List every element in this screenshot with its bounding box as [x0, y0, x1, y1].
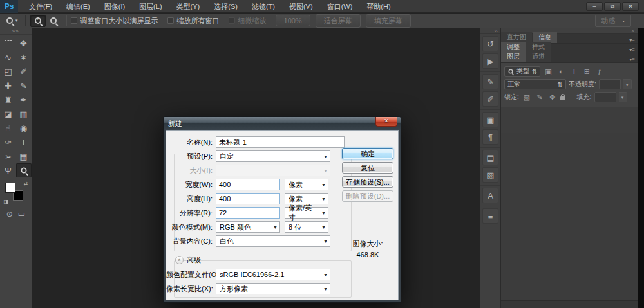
clone-source-panel-icon[interactable]: ▣	[482, 112, 498, 127]
move-tool[interactable]: ✥	[16, 36, 32, 50]
pixel-aspect-select[interactable]: 方形像素 ▼	[216, 283, 330, 294]
foreground-color-swatch[interactable]	[5, 183, 15, 193]
height-label: 高度(H):	[166, 194, 216, 204]
dialog-title-bar[interactable]: 新建 ✕	[164, 117, 401, 130]
restore-button[interactable]: ⧉	[604, 2, 621, 11]
filter-adjustment-icon[interactable]: ◐	[556, 68, 566, 75]
close-window-button[interactable]: ✕	[622, 2, 639, 11]
path-selection-tool[interactable]: ➢	[1, 149, 16, 163]
layer-filter-label: 类型	[516, 67, 529, 76]
lock-transparent-icon[interactable]: ▨	[522, 93, 532, 102]
tool-preset-picker[interactable]: ▾	[4, 16, 21, 25]
dropdown-arrow-icon: ▼	[319, 154, 328, 159]
eraser-tool[interactable]: ◪	[1, 107, 16, 121]
brush-panel-icon[interactable]: ✎	[482, 74, 498, 89]
lock-pixels-icon[interactable]: ✎	[535, 93, 545, 102]
quick-mask-button[interactable]: ⊙	[6, 210, 13, 219]
preset-select[interactable]: 自定 ▼	[216, 150, 330, 162]
zoom-tool[interactable]	[16, 163, 32, 177]
divider	[480, 203, 500, 206]
lock-position-icon[interactable]: ✥	[547, 93, 558, 102]
layer-comps-panel-icon[interactable]: ▤	[482, 150, 498, 165]
paragraph-panel-icon[interactable]: ¶	[482, 129, 498, 145]
zoom-in-button[interactable]: +	[30, 15, 46, 27]
zoom-out-button[interactable]: −	[46, 15, 61, 27]
tab-layers[interactable]: 图层	[501, 51, 526, 62]
filter-type-icon[interactable]: T	[569, 68, 579, 75]
dodge-tool[interactable]: ◉	[16, 121, 32, 135]
color-profile-select[interactable]: sRGB IEC61966-2.1 ▼	[216, 269, 330, 280]
menu-image[interactable]: 图像(I)	[97, 0, 132, 13]
layer-filter-dropdown[interactable]: 类型 ⇅	[504, 66, 540, 77]
panel-menu-icon[interactable]: ▾≡	[629, 37, 638, 43]
color-mode-select[interactable]: RGB 颜色 ▼	[216, 221, 280, 233]
zoom-tool-icon	[6, 17, 13, 24]
filter-smart-object-icon[interactable]: ƒ	[594, 68, 605, 75]
filter-pixel-icon[interactable]: ▣	[543, 68, 553, 76]
layers-blend-row: 正常 ⇅ 不透明度: ▾	[504, 78, 634, 91]
filter-shape-icon[interactable]: ⊞	[582, 68, 592, 76]
menu-edit[interactable]: 编辑(E)	[59, 0, 97, 13]
background-select[interactable]: 白色 ▼	[216, 235, 330, 247]
menu-file[interactable]: 文件(F)	[22, 0, 59, 13]
panel-menu-icon[interactable]: ▾≡	[629, 47, 638, 53]
ok-button[interactable]: 确定	[342, 148, 393, 159]
width-label: 宽度(W):	[166, 180, 216, 190]
resolution-unit-select[interactable]: 像素/英寸 ▼	[285, 207, 328, 219]
dock-collapse-handle[interactable]: ‹‹	[480, 28, 500, 34]
menu-window[interactable]: 窗口(W)	[320, 0, 360, 13]
width-input[interactable]: 400	[216, 179, 280, 190]
advanced-collapse-button[interactable]: «	[175, 256, 184, 264]
minimize-button[interactable]: –	[586, 2, 603, 11]
brush-tool[interactable]: ✎	[16, 78, 32, 93]
tools-collapse-handle[interactable]: ««	[0, 28, 32, 35]
healing-brush-tool[interactable]: ✚	[1, 78, 16, 93]
tab-channels[interactable]: 通道	[526, 51, 551, 62]
resolution-input[interactable]: 72	[216, 207, 280, 219]
menu-type[interactable]: 类型(Y)	[169, 0, 207, 13]
menu-help[interactable]: 帮助(H)	[359, 0, 397, 13]
magic-wand-tool[interactable]: ✶	[16, 50, 32, 64]
marquee-tool[interactable]	[1, 36, 16, 50]
panel-menu-icon[interactable]: ▾≡	[629, 57, 638, 62]
hand-tool[interactable]: Ψ	[1, 163, 16, 177]
menu-filter[interactable]: 滤镜(T)	[245, 0, 282, 13]
shape-tool[interactable]: ▦	[16, 149, 32, 163]
lock-all-icon[interactable]	[560, 96, 565, 100]
dialog-close-button[interactable]: ✕	[375, 117, 397, 127]
resize-windows-checkbox[interactable]: 调整窗口大小以满屏显示	[71, 16, 158, 26]
menu-layer[interactable]: 图层(L)	[132, 0, 169, 13]
zoom-all-windows-checkbox[interactable]: 缩放所有窗口	[167, 16, 220, 26]
history-panel-icon[interactable]: ↺	[482, 36, 498, 51]
layers-list-empty	[501, 133, 638, 300]
clone-stamp-tool[interactable]: ♜	[1, 93, 16, 107]
bit-depth-select[interactable]: 8 位 ▼	[285, 221, 328, 233]
layers-lock-row: 锁定: ▨ ✎ ✥ 填充: ▾	[504, 91, 634, 104]
brush-presets-panel-icon[interactable]: ✐	[482, 91, 498, 107]
type-tool[interactable]: T	[16, 135, 32, 149]
screen-mode-button[interactable]: ▭	[18, 210, 25, 219]
height-input[interactable]: 400	[216, 193, 280, 204]
dropdown-arrow-icon: ▼	[317, 211, 326, 215]
swap-colors-icon[interactable]: ⇄	[24, 181, 28, 186]
chevron-down-icon: ▾	[15, 18, 18, 23]
smudge-tool[interactable]: ☝	[1, 121, 16, 135]
pen-tool[interactable]: ✑	[1, 135, 16, 149]
width-unit-select[interactable]: 像素 ▼	[285, 179, 328, 190]
history-brush-tool[interactable]: ✒	[16, 93, 32, 107]
lasso-tool[interactable]: ∿	[1, 50, 16, 64]
default-colors-icon[interactable]: ◨	[4, 199, 9, 204]
actions-panel-icon[interactable]: ▶	[482, 53, 498, 69]
reset-button[interactable]: 复位	[342, 162, 393, 174]
eyedropper-tool[interactable]: ✐	[16, 64, 32, 78]
save-preset-button[interactable]: 存储预设(S)...	[342, 176, 393, 188]
properties-panel-icon[interactable]: ▧	[482, 167, 498, 183]
menu-select[interactable]: 选择(S)	[207, 0, 245, 13]
notes-panel-icon[interactable]: ≡	[482, 208, 498, 224]
name-input[interactable]: 未标题-1	[216, 136, 345, 148]
menu-view[interactable]: 视图(V)	[282, 0, 320, 13]
crop-tool[interactable]: ◰	[1, 64, 16, 78]
gradient-tool[interactable]: ▥	[16, 107, 32, 121]
character-panel-icon[interactable]: A	[482, 188, 498, 203]
name-row: 名称(N): 未标题-1	[166, 135, 398, 149]
